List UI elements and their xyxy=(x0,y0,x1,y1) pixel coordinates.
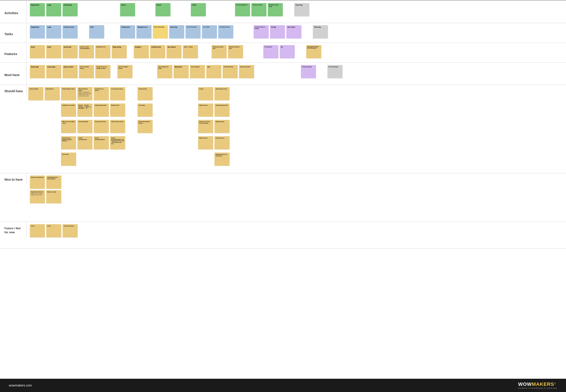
note[interactable]: extra listing xyxy=(138,103,152,117)
note[interactable]: Limiting items xyxy=(150,45,165,58)
label-nicetohave: Nice to have xyxy=(0,173,27,183)
note[interactable]: Premium Learning xyxy=(251,3,266,16)
note[interactable]: Blended Learning / Group xyxy=(268,3,283,16)
note[interactable]: Forum xyxy=(46,224,61,238)
note[interactable]: Content posted xyxy=(138,87,152,100)
content-tasks: Registration Login Create account Filter… xyxy=(27,23,566,43)
note[interactable]: Medication xyxy=(174,65,189,78)
note[interactable]: Single features xyxy=(45,87,60,100)
note[interactable]: Pricing xyxy=(270,25,285,39)
note[interactable]: Create account xyxy=(63,25,78,39)
note[interactable]: Content xyxy=(198,87,213,100)
note[interactable]: Access tracking / Privacy xyxy=(79,65,94,78)
note[interactable]: Team Onboarding xyxy=(77,120,92,133)
note[interactable]: Email login xyxy=(30,65,45,78)
note[interactable]: Voting xyxy=(30,224,45,238)
note[interactable]: Registration xyxy=(30,3,45,16)
note[interactable]: Writing performance tools xyxy=(212,45,227,58)
note[interactable]: Custom settings xyxy=(28,87,43,100)
note[interactable]: Allow notification controlAdded a count … xyxy=(77,87,92,100)
note[interactable]: Pricing Homepage xyxy=(327,65,343,78)
content-nicetohave: Skip flow customization Onboarding Surve… xyxy=(27,173,566,206)
note[interactable]: Added segment tools xyxy=(214,87,230,100)
note[interactable]: Login xyxy=(46,25,61,39)
note[interactable]: Financial Assistant xyxy=(63,224,78,238)
note[interactable]: Tag keywords Smart xyxy=(94,120,109,133)
label-features: Features xyxy=(0,43,27,63)
note[interactable]: Regarding notificationsAbility to show /… xyxy=(30,190,45,203)
note[interactable]: Content Production xyxy=(185,25,201,39)
note[interactable]: Global template content xyxy=(61,87,76,100)
note[interactable]: Primary Matching xyxy=(223,65,238,78)
note[interactable]: Knowledge Sharing xyxy=(218,25,233,39)
note[interactable]: Social login xyxy=(46,65,61,78)
note[interactable]: Social auth xyxy=(63,45,78,58)
note[interactable]: Filter xyxy=(89,25,104,39)
note[interactable]: Mobile account xyxy=(198,136,213,150)
note[interactable]: Product Recommendations xyxy=(94,136,109,150)
note[interactable]: Advertising and business settings / Plat… xyxy=(61,136,76,150)
note[interactable]: Profile account from Grow connecting xyxy=(198,120,213,133)
note[interactable]: Search xyxy=(120,3,135,16)
note[interactable]: Allow with own content xyxy=(110,120,125,133)
note[interactable]: Available notes creation xyxy=(61,103,76,117)
note[interactable]: Blending forms xyxy=(110,103,125,117)
note[interactable]: Content Management xyxy=(235,3,250,16)
note[interactable]: Login xyxy=(46,3,61,16)
note[interactable]: Skip flow customization xyxy=(30,176,45,189)
note[interactable]: Listing items xyxy=(120,25,135,39)
note[interactable]: Analytics xyxy=(134,45,149,58)
note[interactable]: Apply + Therapy xyxy=(183,45,198,58)
note[interactable]: App / Categories in profile xyxy=(157,65,172,78)
note[interactable]: Email xyxy=(30,45,45,58)
note[interactable]: Search xyxy=(155,3,170,16)
note[interactable]: Outstanding push with xyxy=(214,103,230,117)
note[interactable]: Email xyxy=(46,45,61,58)
note[interactable]: Registration xyxy=(30,25,45,39)
note[interactable]: Hidden account xyxy=(198,103,213,117)
row-nicetohave: Nice to have Skip flow customization Onb… xyxy=(0,173,566,222)
note[interactable]: Measure content xyxy=(46,190,61,203)
note[interactable]: Manage Errors xyxy=(137,25,152,39)
note[interactable]: Listing profile content xyxy=(94,103,109,117)
note[interactable]: Onboarding xyxy=(63,3,78,16)
note[interactable]: Make access to multiple - Items xyxy=(61,120,76,133)
note[interactable]: User report xyxy=(286,25,301,39)
note[interactable]: Info xyxy=(206,65,221,78)
note[interactable]: Product Recommendations: The experience … xyxy=(110,136,125,150)
note[interactable]: Travel tag xyxy=(313,25,328,39)
row-musthave: Must have Email login Social login Setup… xyxy=(0,63,566,85)
note[interactable]: Onboarding Survey Personalization xyxy=(46,176,61,189)
note[interactable]: Piping / Nurturing the Persona xyxy=(138,120,152,133)
note[interactable]: Registration form xyxy=(95,45,110,58)
note[interactable]: Profile xyxy=(191,3,206,16)
note[interactable]: Seeking account xyxy=(214,120,230,133)
note[interactable]: Introduction as a service xyxy=(94,87,109,100)
note[interactable]: Blog writing xyxy=(112,45,127,58)
note[interactable]: Blended learning AI tools xyxy=(228,45,243,58)
note[interactable]: Setting up activities xyxy=(239,65,254,78)
note[interactable]: Product announcements xyxy=(77,136,92,150)
note[interactable]: Show online xyxy=(61,153,76,166)
note[interactable]: Account visibility / Privacy xyxy=(117,65,132,78)
row-tasks: Tasks Registration Login Create account … xyxy=(0,23,566,43)
note[interactable]: Live Facilita... xyxy=(202,25,217,39)
note[interactable]: Starting → Starting → Starting → to appl… xyxy=(77,103,92,117)
note[interactable]: Content authority & funding xyxy=(254,25,269,39)
note[interactable]: Responsible Committee Ethics Management xyxy=(306,45,321,58)
note[interactable]: Mentoring xyxy=(169,25,184,39)
note[interactable]: Travel Tag xyxy=(294,3,309,16)
note[interactable]: Setup content xyxy=(63,65,78,78)
note[interactable]: Pricing Homepage xyxy=(301,65,316,78)
note[interactable]: Dynamic content recommendations xyxy=(79,45,94,58)
note[interactable]: New spaces xyxy=(166,45,181,58)
note[interactable]: For groups this many... xyxy=(110,87,125,100)
logo-wow: WOW xyxy=(518,381,532,387)
note[interactable]: Pricing details xyxy=(263,45,278,58)
note[interactable]: The app for the new member to others xyxy=(95,65,110,78)
note[interactable]: Hosting account xyxy=(214,136,230,150)
note[interactable]: Team Onboarding xyxy=(153,25,168,39)
note[interactable]: Seeking accounts via connections xyxy=(214,153,230,166)
note[interactable]: App / Categories xyxy=(190,65,205,78)
note[interactable]: 1/2 xyxy=(280,45,295,58)
